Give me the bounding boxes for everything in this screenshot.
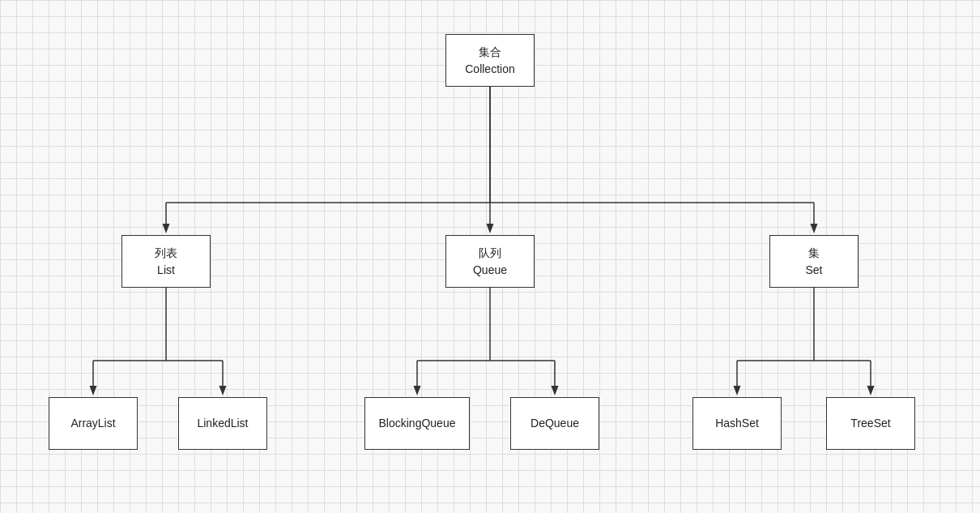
node-queue: 队列 Queue bbox=[445, 235, 535, 288]
node-hashset-label: HashSet bbox=[715, 415, 759, 432]
node-list: 列表 List bbox=[121, 235, 211, 288]
node-arraylist: ArrayList bbox=[49, 397, 138, 450]
node-treeset-label: TreeSet bbox=[850, 415, 890, 432]
node-list-label1: 列表 bbox=[155, 245, 177, 262]
node-set-label2: Set bbox=[805, 262, 822, 279]
node-collection: 集合 Collection bbox=[445, 34, 535, 87]
node-set: 集 Set bbox=[769, 235, 859, 288]
node-linkedlist: LinkedList bbox=[178, 397, 267, 450]
node-queue-label2: Queue bbox=[473, 262, 507, 279]
node-queue-label1: 队列 bbox=[473, 245, 507, 262]
node-collection-label1: 集合 bbox=[465, 44, 514, 61]
diagram-container: 集合 Collection 列表 List 队列 Queue 集 Set Arr… bbox=[0, 0, 980, 513]
node-treeset: TreeSet bbox=[826, 397, 915, 450]
node-arraylist-label: ArrayList bbox=[70, 415, 115, 432]
node-set-label1: 集 bbox=[805, 245, 822, 262]
node-hashset: HashSet bbox=[692, 397, 782, 450]
node-dequeue-label: DeQueue bbox=[530, 415, 579, 432]
node-list-label2: List bbox=[155, 262, 177, 279]
node-dequeue: DeQueue bbox=[510, 397, 599, 450]
node-blockingqueue-label: BlockingQueue bbox=[379, 415, 456, 432]
node-linkedlist-label: LinkedList bbox=[197, 415, 248, 432]
node-collection-label2: Collection bbox=[465, 61, 514, 78]
node-blockingqueue: BlockingQueue bbox=[364, 397, 470, 450]
